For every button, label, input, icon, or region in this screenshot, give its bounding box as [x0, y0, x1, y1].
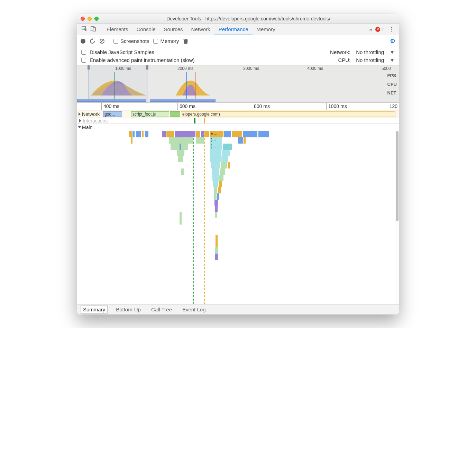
network-request[interactable]: script_foot.js: [131, 111, 169, 117]
titlebar: Developer Tools - https://developers.goo…: [77, 14, 399, 24]
capture-settings-panel: Disable JavaScript Samples Enable advanc…: [77, 47, 399, 65]
devtools-tabbar: Elements Console Sources Network Perform…: [77, 24, 399, 35]
window-controls: [81, 17, 99, 21]
disable-js-samples-checkbox[interactable]: Disable JavaScript Samples: [81, 49, 324, 55]
flame-frame[interactable]: (…: [210, 144, 222, 150]
enable-paint-label: Enable advanced paint instrumentation (s…: [90, 57, 195, 63]
details-tabs: Summary Bottom-Up Call Tree Event Log: [77, 304, 399, 314]
close-window-button[interactable]: [81, 17, 85, 21]
main-lane-header[interactable]: Main: [77, 124, 399, 131]
zoom-window-button[interactable]: [94, 17, 99, 21]
network-lane-label: Network: [82, 111, 100, 117]
network-request[interactable]: elopers.google.com): [181, 111, 395, 117]
disclosure-icon[interactable]: [78, 126, 81, 128]
main-tabs: Elements Console Sources Network Perform…: [102, 24, 280, 35]
ruler-tick: 600 ms: [180, 103, 195, 109]
ruler-tick: 800 ms: [254, 103, 270, 109]
scrollbar-thumb[interactable]: [396, 131, 399, 221]
garbage-collect-button[interactable]: [183, 38, 188, 44]
disclosure-icon[interactable]: [79, 112, 81, 116]
fps-label: FPS: [387, 73, 397, 78]
interaction-marker: [204, 118, 205, 124]
flame-chart[interactable]: E… (… (…: [77, 131, 399, 304]
cpu-throttle-select[interactable]: No throttling: [356, 57, 384, 63]
network-throttle-label: Network:: [330, 49, 350, 55]
cpu-activity-lump: [176, 76, 210, 95]
minimize-window-button[interactable]: [88, 17, 92, 21]
disable-js-label: Disable JavaScript Samples: [90, 49, 154, 55]
capture-settings-icon[interactable]: ⚙: [390, 37, 395, 45]
net-bar: [77, 99, 146, 102]
marker-line: [186, 72, 187, 99]
network-request[interactable]: goo…: [103, 111, 122, 117]
checkbox-icon: [81, 50, 86, 55]
screenshots-label: Screenshots: [120, 38, 149, 44]
tab-sources[interactable]: Sources: [160, 24, 187, 35]
checkbox-icon: [113, 39, 118, 44]
marker-line: [195, 72, 195, 99]
net-label: NET: [387, 90, 397, 95]
tab-console[interactable]: Console: [132, 24, 160, 35]
net-bar: [150, 99, 216, 102]
dropdown-icon[interactable]: ▼: [390, 57, 395, 63]
ruler-tick: 2000 ms: [177, 66, 193, 71]
overview-panel[interactable]: FPS CPU NET: [77, 72, 399, 103]
tab-memory[interactable]: Memory: [253, 24, 280, 35]
cpu-throttle-label: CPU:: [330, 57, 350, 63]
cpu-label: CPU: [387, 82, 397, 87]
reload-button[interactable]: [90, 38, 95, 44]
ruler-tick: 3000 ms: [243, 66, 259, 71]
screenshots-checkbox[interactable]: Screenshots: [113, 38, 149, 44]
more-tabs-icon[interactable]: »: [366, 26, 375, 32]
error-indicator[interactable]: ✕ 1: [375, 26, 384, 32]
checkbox-icon: [153, 39, 158, 44]
window-title: Developer Tools - https://developers.goo…: [101, 16, 395, 21]
svg-line-4: [101, 40, 103, 43]
interactions-lane-label: Interactions: [83, 118, 108, 124]
main-lane-label: Main: [82, 125, 92, 130]
tab-performance[interactable]: Performance: [214, 24, 253, 35]
enable-paint-instr-checkbox[interactable]: Enable advanced paint instrumentation (s…: [81, 57, 324, 63]
clear-button[interactable]: [99, 38, 105, 44]
device-toolbar-icon[interactable]: [89, 26, 98, 33]
network-request[interactable]: [170, 111, 180, 117]
ruler-tick: 4000 ms: [307, 66, 323, 71]
overview-lane-labels: FPS CPU NET: [387, 73, 397, 95]
devtools-window: Developer Tools - https://developers.goo…: [77, 14, 399, 314]
error-icon: ✕: [375, 27, 380, 32]
separator: [289, 37, 289, 45]
disclosure-icon[interactable]: [79, 119, 81, 122]
checkbox-icon: [81, 58, 86, 63]
ruler-tick: 120: [390, 103, 397, 109]
tab-call-tree[interactable]: Call Tree: [149, 306, 174, 313]
flame-frame[interactable]: (…: [210, 137, 222, 144]
ruler-tick: 400 ms: [103, 103, 119, 109]
inspect-element-icon[interactable]: [80, 26, 89, 33]
ruler-tick: 5000: [382, 66, 391, 71]
network-lane[interactable]: Network goo… script_foot.js elopers.goog…: [77, 110, 399, 118]
overview-selection[interactable]: [89, 65, 147, 102]
ruler-tick: 1000 ms: [328, 103, 347, 109]
kebab-menu-icon[interactable]: ⋮: [387, 26, 396, 33]
detail-ruler[interactable]: 400 ms 600 ms 800 ms 1000 ms 120: [77, 103, 399, 110]
memory-checkbox[interactable]: Memory: [153, 38, 179, 44]
interaction-marker: [194, 118, 195, 124]
tab-elements[interactable]: Elements: [102, 24, 132, 35]
dropdown-icon[interactable]: ▼: [390, 49, 395, 55]
interactions-lane[interactable]: Interactions: [77, 118, 399, 124]
tab-summary[interactable]: Summary: [81, 305, 108, 314]
record-button[interactable]: [81, 39, 85, 44]
tab-network[interactable]: Network: [187, 24, 214, 35]
flame-task[interactable]: E…: [210, 131, 223, 137]
tab-event-log[interactable]: Event Log: [180, 306, 208, 313]
memory-label: Memory: [160, 38, 179, 44]
separator: [109, 38, 109, 45]
error-count: 1: [382, 26, 384, 32]
separator: [100, 26, 100, 33]
tab-bottom-up[interactable]: Bottom-Up: [114, 306, 143, 313]
perf-toolbar: Screenshots Memory ⚙: [77, 35, 399, 47]
vertical-scrollbar[interactable]: [395, 131, 399, 304]
svg-rect-2: [93, 28, 95, 31]
network-throttle-select[interactable]: No throttling: [356, 49, 384, 55]
